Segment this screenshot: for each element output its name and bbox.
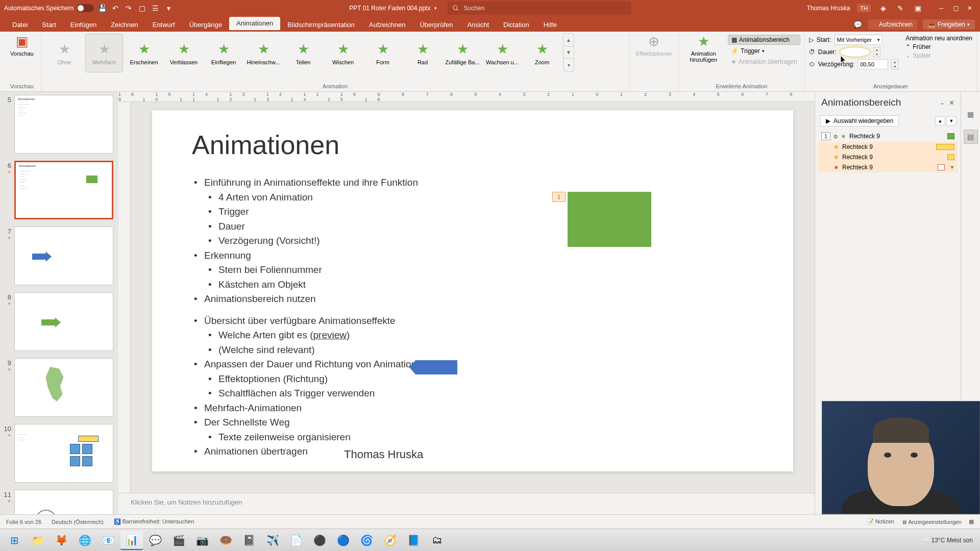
minimize-button[interactable]: ─ xyxy=(935,3,947,13)
taskbar-app-8[interactable]: 🗂 xyxy=(426,531,448,550)
autosave-toggle[interactable]: Automatisches Speichern xyxy=(4,4,94,12)
add-animation-button[interactable]: ★ Animation hinzufügen xyxy=(683,34,724,66)
display-settings[interactable]: 🖥 Anzeigeeinstellungen xyxy=(901,519,962,525)
redo-icon[interactable]: ↷ xyxy=(124,3,134,13)
gallery-verblassen[interactable]: ★Verblassen xyxy=(165,34,203,72)
green-rectangle[interactable] xyxy=(568,192,651,247)
undo-icon[interactable]: ↶ xyxy=(110,3,120,13)
search-input[interactable]: Suchen xyxy=(447,2,631,15)
thumbnail-9[interactable] xyxy=(14,358,113,417)
notes-pane[interactable]: Klicken Sie, um Notizen hinzuzufügen xyxy=(118,493,815,514)
taskbar-app-4[interactable]: 📄 xyxy=(285,531,307,550)
taskbar-vlc[interactable]: 🎬 xyxy=(167,531,190,550)
thumbnail-7[interactable] xyxy=(14,227,113,285)
slide-canvas[interactable]: Animationen Einführung in Animationseffe… xyxy=(152,110,793,471)
author-text[interactable]: Thomas Hruska xyxy=(344,448,423,461)
maximize-button[interactable]: ▢ xyxy=(949,3,962,13)
gallery-down[interactable]: ▼ xyxy=(564,46,574,59)
tab-hilfe[interactable]: Hilfe xyxy=(536,18,564,32)
slide-counter[interactable]: Folie 6 von 26 xyxy=(6,519,41,525)
gallery-more[interactable]: ▾ xyxy=(564,59,574,71)
gallery-ohne[interactable]: ★Ohne xyxy=(45,34,83,72)
start-select[interactable]: Mit Vorheriger▾ xyxy=(835,35,883,45)
gallery-zoom[interactable]: ★Zoom xyxy=(523,34,561,72)
taskbar-telegram[interactable]: ✈️ xyxy=(261,531,284,550)
panel-btn-1[interactable]: ▦ xyxy=(964,107,978,121)
gallery-wachsen[interactable]: ★Wachsen u... xyxy=(483,34,521,72)
move-up-button[interactable]: ▲ xyxy=(935,116,945,126)
taskbar-app-3[interactable]: 🍩 xyxy=(214,531,237,550)
delay-spinner[interactable]: ▲▼ xyxy=(891,59,898,69)
thumbnail-5[interactable]: Animationen— — — —— — —— —— — —— — xyxy=(14,95,113,154)
duration-spinner[interactable]: ▲▼ xyxy=(873,47,880,57)
taskbar-app-5[interactable]: 🔵 xyxy=(332,531,354,550)
animation-item[interactable]: ★ Rechteck 9 xyxy=(818,142,958,152)
record-button[interactable]: ●Aufzeichnen xyxy=(868,19,918,30)
delay-input[interactable] xyxy=(857,59,888,69)
thumbnail-11[interactable]: ♡ xyxy=(14,490,113,514)
panel-btn-2[interactable]: ▤ xyxy=(964,130,978,144)
tab-ueberpruefen[interactable]: Überprüfen xyxy=(412,18,460,32)
taskbar-edge[interactable]: 🧭 xyxy=(379,531,401,550)
gallery-form[interactable]: ★Form xyxy=(364,34,402,72)
animation-number-tag[interactable]: 1 xyxy=(552,192,566,202)
taskbar-obs[interactable]: ⚫ xyxy=(308,531,331,550)
taskbar-app-1[interactable]: 💬 xyxy=(144,531,166,550)
taskbar-explorer[interactable]: 📁 xyxy=(27,531,49,550)
slide-title[interactable]: Animationen xyxy=(192,130,753,160)
pane-dropdown-icon[interactable]: ⌄ xyxy=(940,99,945,107)
save-icon[interactable]: 💾 xyxy=(97,3,107,13)
preview-button[interactable]: ▣ Vorschau xyxy=(7,34,37,57)
gallery-wischen[interactable]: ★Wischen xyxy=(324,34,362,72)
gallery-mehrfach[interactable]: ★Mehrfach xyxy=(85,34,123,72)
move-down-button[interactable]: ▼ xyxy=(946,116,957,126)
gallery-zufaellige[interactable]: ★Zufällige Ba... xyxy=(444,34,481,72)
window-icon[interactable]: ▣ xyxy=(913,3,923,13)
duration-input[interactable] xyxy=(840,47,870,57)
start-button[interactable]: ⊞ xyxy=(3,531,26,550)
gallery-einfliegen[interactable]: ★Einfliegen xyxy=(205,34,242,72)
taskbar-app-2[interactable]: 📷 xyxy=(191,531,213,550)
document-title[interactable]: PPT 01 Roter Faden 004.pptx▾ xyxy=(349,5,437,12)
gallery-erscheinen[interactable]: ★Erscheinen xyxy=(125,34,163,72)
animation-item[interactable]: ★ Rechteck 9 ▼ xyxy=(818,162,958,172)
notes-toggle[interactable]: 📝 Notizen xyxy=(867,518,894,525)
gallery-teilen[interactable]: ★Teilen xyxy=(284,34,322,72)
animation-pane-button[interactable]: ▦Animationsbereich xyxy=(728,35,800,45)
thumbnail-10[interactable]: — — —— —— — xyxy=(14,424,113,483)
view-normal-icon[interactable]: ▦ xyxy=(969,518,974,525)
language-indicator[interactable]: Deutsch (Österreich) xyxy=(52,519,103,525)
taskbar-outlook[interactable]: 📧 xyxy=(97,531,119,550)
item-dropdown-icon[interactable]: ▼ xyxy=(950,165,954,170)
animation-item[interactable]: 1 ⊙ ★ Rechteck 9 xyxy=(818,131,958,142)
slide-body[interactable]: Einführung in Animationseffekte und ihre… xyxy=(192,176,753,307)
trigger-button[interactable]: ⚡Trigger▾ xyxy=(728,46,800,56)
qat-more-icon[interactable]: ▾ xyxy=(163,3,174,13)
tab-entwurf[interactable]: Entwurf xyxy=(145,18,182,32)
tab-datei[interactable]: Datei xyxy=(5,18,35,32)
close-button[interactable]: ✕ xyxy=(964,3,976,13)
tab-start[interactable]: Start xyxy=(35,18,63,32)
weather-widget[interactable]: ☁️ 13°C Meist son xyxy=(922,537,973,544)
tab-ansicht[interactable]: Ansicht xyxy=(460,18,496,32)
tab-animationen[interactable]: Animationen xyxy=(229,17,280,32)
gallery-rad[interactable]: ★Rad xyxy=(404,34,442,72)
taskbar-firefox[interactable]: 🦊 xyxy=(50,531,72,550)
tab-aufzeichnen[interactable]: Aufzeichnen xyxy=(362,18,413,32)
user-initials[interactable]: TH xyxy=(857,4,871,12)
thumbnail-8[interactable] xyxy=(14,292,113,351)
pen-icon[interactable]: ✎ xyxy=(895,3,905,13)
taskbar-app-7[interactable]: 📘 xyxy=(402,531,425,550)
gallery-up[interactable]: ▲ xyxy=(564,34,574,46)
tab-dictation[interactable]: Dictation xyxy=(496,18,536,32)
thumbnail-6[interactable]: Animationen— — — —— — —— —— — —— —— —— —… xyxy=(14,161,113,219)
comments-icon[interactable]: 💬 xyxy=(853,19,863,30)
blue-arrow-shape[interactable] xyxy=(409,360,457,374)
tab-bildschirm[interactable]: Bildschirmpräsentation xyxy=(280,18,362,32)
taskbar-app-6[interactable]: 🌀 xyxy=(355,531,378,550)
play-selection-button[interactable]: ▶Auswahl wiedergeben xyxy=(820,115,899,127)
taskbar-onenote[interactable]: 📓 xyxy=(238,531,260,550)
taskbar-powerpoint[interactable]: 📊 xyxy=(120,531,143,550)
share-button[interactable]: 📤Freigeben▾ xyxy=(923,19,975,30)
touch-icon[interactable]: ☰ xyxy=(150,3,160,13)
